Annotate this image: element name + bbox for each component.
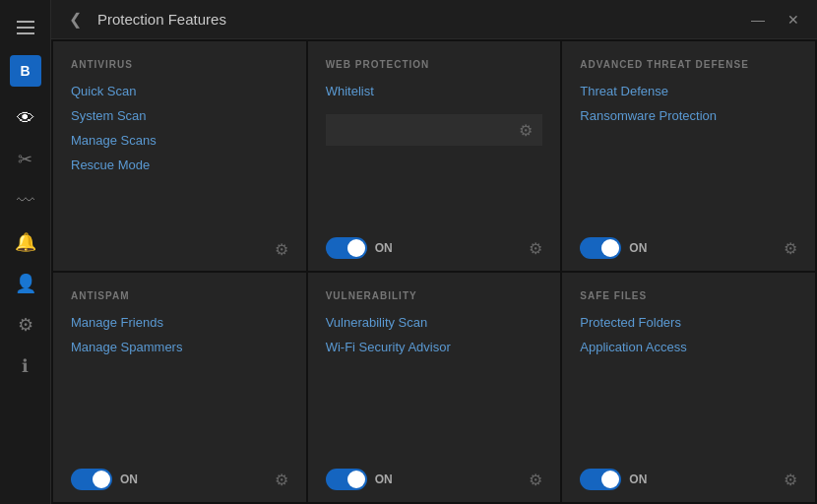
threat-defense-link[interactable]: Threat Defense <box>580 84 797 98</box>
info-icon[interactable]: ℹ <box>8 348 43 384</box>
antivirus-footer: ⚙ <box>71 230 288 259</box>
cards-grid: ANTIVIRUS Quick Scan System Scan Manage … <box>51 39 817 504</box>
advanced-threat-header: ADVANCED THREAT DEFENSE <box>580 59 797 70</box>
antispam-header: ANTISPAM <box>71 290 288 301</box>
antispam-gear-icon[interactable]: ⚙ <box>275 471 288 489</box>
antispam-toggle-container: ON <box>71 469 138 490</box>
web-protection-card: WEB PROTECTION Whitelist ⚙ ON ⚙ <box>308 41 561 271</box>
vulnerability-header: VULNERABILITY <box>326 290 543 301</box>
application-access-link[interactable]: Application Access <box>580 340 797 354</box>
bell-icon[interactable]: 🔔 <box>8 224 43 260</box>
vulnerability-gear-icon[interactable]: ⚙ <box>529 471 542 489</box>
vulnerability-toggle-label: ON <box>375 472 393 486</box>
title-bar: ❮ Protection Features — ✕ <box>51 0 817 39</box>
antispam-card: ANTISPAM Manage Friends Manage Spammers … <box>53 273 306 502</box>
advanced-threat-toggle-label: ON <box>629 241 647 255</box>
close-button[interactable]: ✕ <box>782 8 805 32</box>
safe-files-gear-icon[interactable]: ⚙ <box>784 471 797 489</box>
manage-friends-link[interactable]: Manage Friends <box>71 315 288 330</box>
antispam-footer: ON ⚙ <box>71 459 288 490</box>
rescue-mode-link[interactable]: Rescue Mode <box>71 158 288 172</box>
vulnerability-card: VULNERABILITY Vulnerability Scan Wi-Fi S… <box>308 273 561 502</box>
avatar[interactable]: B <box>10 55 41 87</box>
manage-scans-link[interactable]: Manage Scans <box>71 133 288 148</box>
minimize-button[interactable]: — <box>746 8 770 32</box>
web-protection-footer: ON ⚙ <box>326 227 543 259</box>
whitelist-input-area: ⚙ <box>326 114 543 146</box>
whitelist-gear-icon[interactable]: ⚙ <box>519 121 533 140</box>
vulnerability-toggle-container: ON <box>326 469 393 490</box>
antivirus-links: Quick Scan System Scan Manage Scans Resc… <box>71 84 288 230</box>
antispam-links: Manage Friends Manage Spammers <box>71 315 288 459</box>
chart-icon[interactable]: 〰 <box>8 183 43 219</box>
antispam-toggle[interactable] <box>71 469 112 490</box>
antivirus-header: ANTIVIRUS <box>71 59 288 70</box>
title-bar-left: ❮ Protection Features <box>63 8 226 31</box>
antivirus-card: ANTIVIRUS Quick Scan System Scan Manage … <box>53 41 306 271</box>
advanced-threat-gear-icon[interactable]: ⚙ <box>784 239 797 258</box>
user-icon[interactable]: 👤 <box>8 266 43 301</box>
tools-icon[interactable]: ✂ <box>8 142 43 177</box>
menu-button[interactable] <box>8 10 43 45</box>
quick-scan-link[interactable]: Quick Scan <box>71 84 288 98</box>
antispam-toggle-label: ON <box>120 472 138 486</box>
web-protection-toggle[interactable] <box>326 237 367 259</box>
antivirus-gear-icon[interactable]: ⚙ <box>275 240 288 259</box>
advanced-threat-footer: ON ⚙ <box>580 227 797 259</box>
web-protection-links: Whitelist ⚙ <box>326 84 543 227</box>
system-scan-link[interactable]: System Scan <box>71 108 288 123</box>
manage-spammers-link[interactable]: Manage Spammers <box>71 340 288 354</box>
web-protection-header: WEB PROTECTION <box>326 59 543 70</box>
safe-files-toggle-container: ON <box>580 469 647 490</box>
vulnerability-scan-link[interactable]: Vulnerability Scan <box>326 315 543 330</box>
advanced-threat-toggle[interactable] <box>580 237 621 259</box>
advanced-threat-links: Threat Defense Ransomware Protection <box>580 84 797 227</box>
advanced-threat-toggle-container: ON <box>580 237 647 259</box>
main-content: ❮ Protection Features — ✕ ANTIVIRUS Quic… <box>51 0 817 504</box>
web-protection-toggle-label: ON <box>375 241 393 255</box>
safe-files-header: SAFE FILES <box>580 290 797 301</box>
wifi-security-link[interactable]: Wi-Fi Security Advisor <box>326 340 543 354</box>
page-title: Protection Features <box>97 11 226 28</box>
vulnerability-toggle[interactable] <box>326 469 367 490</box>
ransomware-protection-link[interactable]: Ransomware Protection <box>580 108 797 123</box>
safe-files-toggle-label: ON <box>629 472 647 486</box>
web-protection-toggle-container: ON <box>326 237 393 259</box>
vulnerability-links: Vulnerability Scan Wi-Fi Security Adviso… <box>326 315 543 459</box>
safe-files-toggle[interactable] <box>580 469 621 490</box>
web-protection-gear-icon[interactable]: ⚙ <box>529 239 542 258</box>
advanced-threat-card: ADVANCED THREAT DEFENSE Threat Defense R… <box>562 41 815 271</box>
safe-files-links: Protected Folders Application Access <box>580 315 797 459</box>
protected-folders-link[interactable]: Protected Folders <box>580 315 797 330</box>
sidebar: B 👁 ✂ 〰 🔔 👤 ⚙ ℹ <box>0 0 51 504</box>
safe-files-card: SAFE FILES Protected Folders Application… <box>562 273 815 502</box>
safe-files-footer: ON ⚙ <box>580 459 797 490</box>
whitelist-link[interactable]: Whitelist <box>326 84 543 98</box>
back-button[interactable]: ❮ <box>63 8 88 31</box>
eye-icon[interactable]: 👁 <box>8 100 43 136</box>
window-controls: — ✕ <box>746 8 805 32</box>
gear-sidebar-icon[interactable]: ⚙ <box>8 307 43 343</box>
vulnerability-footer: ON ⚙ <box>326 459 543 490</box>
